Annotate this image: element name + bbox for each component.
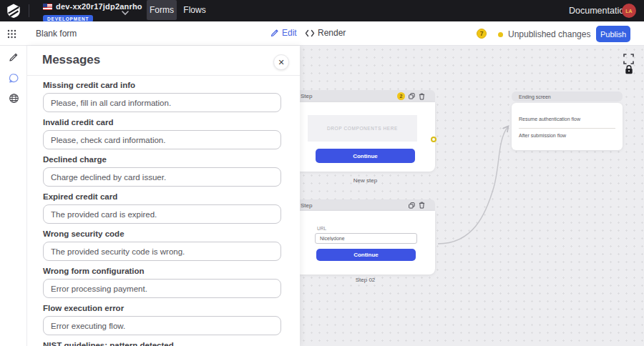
render-label: Render: [318, 28, 346, 38]
field-label: Flow execution error: [43, 304, 284, 312]
field-input[interactable]: [43, 167, 281, 187]
trash-icon[interactable]: [419, 202, 425, 209]
changes-count-badge[interactable]: 7: [477, 29, 487, 39]
pencil-icon: [270, 29, 279, 37]
panel-divider: [27, 75, 300, 76]
mode-edit-button[interactable]: Edit: [270, 28, 297, 38]
node-header[interactable]: Step 2: [300, 90, 435, 102]
field-label: Wrong security code: [43, 229, 284, 238]
close-icon[interactable]: ✕: [273, 54, 289, 70]
header-divider: [29, 4, 29, 17]
node-title: Step: [301, 202, 312, 209]
warning-count-badge[interactable]: 2: [397, 92, 405, 100]
chevron-down-icon[interactable]: [122, 6, 129, 19]
field-declined-charge: Declined charge: [43, 155, 284, 187]
field-nist-guidelines: NIST guidelines: pattern detected: [43, 341, 284, 346]
url-input[interactable]: [315, 233, 417, 244]
message-fields-list: Missing credit card info Invalid credit …: [43, 81, 284, 346]
apps-grid-icon[interactable]: [7, 29, 16, 41]
left-icon-rail: [0, 46, 27, 346]
drop-zone[interactable]: DROP COMPONENTS HERE: [308, 115, 417, 142]
panel-title: Messages: [42, 53, 100, 67]
node-new-step[interactable]: Step 2 DROP COMPONENTS HERE Continue: [300, 90, 435, 217]
continue-button[interactable]: Continue: [316, 149, 415, 163]
tab-forms[interactable]: Forms: [147, 0, 177, 20]
flow-canvas[interactable]: Step 2 DROP COMPONENTS HERE Continue New…: [300, 46, 644, 346]
localization-globe-icon[interactable]: [6, 91, 21, 105]
code-icon: [305, 29, 315, 37]
field-wrong-form-configuration: Wrong form configuration: [43, 267, 284, 298]
url-label: URL: [317, 226, 326, 231]
edit-label: Edit: [282, 28, 297, 38]
form-name: Blank form: [36, 29, 77, 39]
connector-dot[interactable]: [431, 137, 436, 142]
messages-panel: Messages ✕ Missing credit card info Inva…: [27, 46, 300, 346]
field-expired-credit-card: Expired credit card: [43, 192, 284, 224]
messages-chat-icon[interactable]: [6, 71, 21, 85]
field-label: Expired credit card: [43, 192, 284, 201]
node-caption-step-02: Step 02: [300, 277, 435, 283]
styles-pencil-icon[interactable]: [6, 50, 21, 64]
ending-row-after-submission[interactable]: After submission flow: [519, 133, 566, 138]
fit-view-icon[interactable]: [622, 52, 635, 65]
node-header[interactable]: Ending screen: [512, 92, 623, 102]
field-label: Invalid credit card: [43, 118, 284, 127]
field-input[interactable]: [43, 279, 281, 298]
row-divider: [519, 128, 615, 129]
node-body: [512, 103, 623, 150]
form-toolbar: Blank form Edit Render 7 Unpublished cha…: [0, 21, 644, 46]
publish-button[interactable]: Publish: [596, 26, 630, 42]
field-label: Declined charge: [43, 155, 284, 164]
node-caption-new-step: New step: [300, 177, 435, 184]
continue-button[interactable]: Continue: [316, 249, 416, 261]
trash-icon[interactable]: [419, 93, 425, 100]
field-input[interactable]: [43, 242, 281, 261]
drop-zone-label: DROP COMPONENTS HERE: [327, 126, 398, 131]
status-dot: [498, 32, 503, 37]
field-invalid-credit-card: Invalid credit card: [43, 118, 284, 149]
field-missing-credit-card: Missing credit card info: [43, 81, 284, 112]
lock-icon[interactable]: [624, 64, 633, 74]
field-input[interactable]: [43, 204, 281, 224]
descope-logo-icon[interactable]: [6, 3, 21, 19]
unpublished-status: Unpublished changes: [498, 29, 590, 39]
app-window: dev-xx20r17jdp2anrho DEVELOPMENT Forms F…: [0, 0, 644, 346]
documentation-link[interactable]: Documentation: [569, 6, 629, 16]
duplicate-icon[interactable]: [409, 93, 415, 99]
node-title: Ending screen: [519, 94, 551, 99]
ending-row-resume[interactable]: Resume authentication flow: [519, 117, 580, 122]
field-input[interactable]: [43, 316, 281, 335]
node-step-02[interactable]: Step URL Continue: [300, 199, 435, 275]
field-wrong-security-code: Wrong security code: [43, 229, 284, 261]
node-header[interactable]: Step: [300, 199, 435, 211]
project-name: dev-xx20r17jdp2anrho: [56, 2, 142, 11]
duplicate-icon[interactable]: [409, 202, 415, 209]
field-label: Missing credit card info: [43, 81, 284, 89]
avatar[interactable]: LA: [622, 4, 636, 18]
field-input[interactable]: [43, 130, 281, 149]
node-title: Step: [301, 93, 312, 99]
status-text: Unpublished changes: [508, 29, 590, 39]
us-flag-icon: [43, 4, 52, 10]
field-input[interactable]: [43, 93, 281, 112]
node-ending-screen[interactable]: Ending screen Resume authentication flow…: [512, 92, 623, 196]
mode-render-button[interactable]: Render: [305, 28, 346, 38]
field-label: NIST guidelines: pattern detected: [43, 341, 284, 346]
field-label: Wrong form configuration: [43, 267, 284, 275]
tab-flows[interactable]: Flows: [180, 0, 209, 20]
top-header: dev-xx20r17jdp2anrho DEVELOPMENT Forms F…: [0, 0, 644, 21]
field-flow-execution-error: Flow execution error: [43, 304, 284, 335]
